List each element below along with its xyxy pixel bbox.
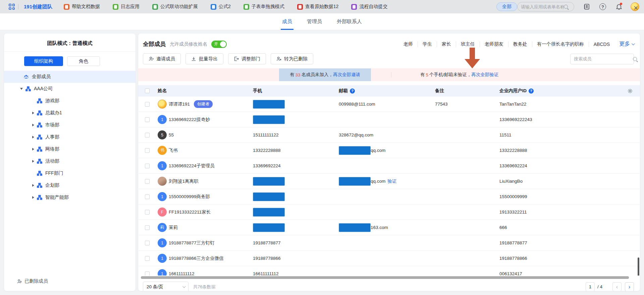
caret-right-icon[interactable] xyxy=(32,136,34,138)
org-structure-button[interactable]: 组织架构 xyxy=(24,56,63,66)
app-search-box[interactable] xyxy=(517,2,574,11)
tree-item-AAA公司[interactable]: AAA公司 xyxy=(4,83,136,95)
phone-value: 13369692224 xyxy=(253,163,281,168)
avatar: 1 xyxy=(158,269,167,276)
avatar: 1 xyxy=(158,192,167,201)
phone-cell xyxy=(250,177,336,186)
row-checkbox[interactable] xyxy=(145,102,150,107)
userid-value: 11511 xyxy=(499,132,512,137)
row-checkbox[interactable] xyxy=(145,148,150,153)
notification-bell-icon[interactable] xyxy=(615,3,623,10)
allow-rename-toggle[interactable]: 开 xyxy=(211,41,227,48)
role-tag-filter[interactable]: 学生 xyxy=(418,41,437,47)
role-tag-filter[interactable]: 班主任 xyxy=(456,41,480,47)
role-tag-filter[interactable]: 家长 xyxy=(437,41,456,47)
tab-成员[interactable]: 成员 xyxy=(282,13,292,30)
tab-管理员[interactable]: 管理员 xyxy=(307,13,322,30)
app-tab[interactable]: 帮助文档数据 xyxy=(64,4,100,10)
help-icon[interactable]: ? xyxy=(599,3,606,10)
tree-item-总裁办1[interactable]: 总裁办1 xyxy=(4,107,136,119)
app-tab[interactable]: 查看原始数据12 xyxy=(297,4,339,10)
tree-item-智能产能部[interactable]: 智能产能部 xyxy=(4,191,136,203)
verify-link[interactable]: 验证 xyxy=(387,178,396,184)
row-checkbox[interactable] xyxy=(145,272,150,276)
phone-value: 16611111112 xyxy=(253,271,279,276)
role-tag-filter[interactable]: 有一个很长名字的职称 xyxy=(532,41,589,47)
tree-item-企划部[interactable]: 企划部 xyxy=(4,179,136,191)
row-checkbox[interactable] xyxy=(145,256,150,261)
role-button[interactable]: 角色 xyxy=(67,56,100,66)
app-tab[interactable]: 公式联动功能扩展 xyxy=(152,4,198,10)
tab-外部联系人[interactable]: 外部联系人 xyxy=(337,13,362,30)
current-page-input[interactable]: 1 xyxy=(586,282,595,291)
row-checkbox[interactable] xyxy=(145,194,150,199)
remove-button[interactable]: 转为已删除 xyxy=(271,53,313,64)
caret-right-icon[interactable] xyxy=(32,184,34,187)
transfer-button[interactable]: 调整部门 xyxy=(228,53,266,64)
role-tag-filter[interactable]: ABCDS xyxy=(589,42,614,47)
vertical-scrollbar-thumb[interactable] xyxy=(638,257,639,276)
note-value: 77543 xyxy=(435,102,448,107)
userid-help-icon[interactable]: ? xyxy=(529,88,534,94)
row-checkbox[interactable] xyxy=(145,241,150,245)
tree-item-全部成员[interactable]: 全部成员 xyxy=(4,71,136,83)
horizontal-scrollbar-thumb[interactable] xyxy=(141,276,629,279)
row-checkbox[interactable] xyxy=(145,133,150,137)
transfer-icon xyxy=(234,56,239,61)
role-tag-filter[interactable]: 老师 xyxy=(399,41,418,47)
email-suffix: qq.com xyxy=(371,148,385,153)
app-search-input[interactable] xyxy=(521,4,564,9)
select-all-checkbox[interactable] xyxy=(145,88,150,93)
invite-button[interactable]: 邀请成员 xyxy=(143,53,181,64)
all-apps-pill[interactable]: 全部 xyxy=(496,2,517,11)
role-tag-filter[interactable]: 教务处 xyxy=(508,41,532,47)
deleted-members-link[interactable]: 已删除成员 xyxy=(4,276,136,287)
more-tags-link[interactable]: 更多 xyxy=(619,41,634,48)
prev-page-button[interactable]: ‹ xyxy=(612,282,622,291)
tree-item-网络部[interactable]: 网络部 xyxy=(4,143,136,155)
workbench-grid-icon[interactable] xyxy=(9,4,15,10)
next-page-button[interactable]: › xyxy=(625,282,634,291)
app-tab[interactable]: 公式2 xyxy=(211,4,231,10)
caret-right-icon[interactable] xyxy=(32,196,34,199)
column-settings-gear-icon[interactable] xyxy=(627,88,633,94)
page-size-select[interactable]: 20 条/页 xyxy=(143,282,189,291)
member-search-input[interactable] xyxy=(574,56,633,61)
caret-down-icon[interactable] xyxy=(20,88,23,90)
contacts-icon[interactable] xyxy=(583,3,590,10)
row-checkbox[interactable] xyxy=(145,179,150,184)
department-icon xyxy=(37,134,42,140)
table-row: 刘翔波1离离职qq.com验证LiuXiangBo xyxy=(138,174,640,189)
userid-value: 15500009999 xyxy=(499,194,527,199)
caret-right-icon[interactable] xyxy=(32,124,34,126)
team-name[interactable]: 191创建团队 xyxy=(24,4,52,10)
row-checkbox[interactable] xyxy=(145,164,150,168)
close-icon[interactable]: × xyxy=(634,4,638,12)
row-checkbox[interactable] xyxy=(145,225,150,230)
app-tab[interactable]: 子表单拖拽模式 xyxy=(244,4,284,10)
tree-item-游戏部[interactable]: 游戏部 xyxy=(4,95,136,107)
member-name: 13369692224子管理员 xyxy=(169,163,215,169)
reinvite-all-link[interactable]: 再次全部邀请 xyxy=(333,72,360,78)
email-help-icon[interactable]: ? xyxy=(350,88,355,94)
tree-item-市场部[interactable]: 市场部 xyxy=(4,119,136,131)
search-icon xyxy=(633,57,637,61)
row-checkbox[interactable] xyxy=(145,210,150,215)
tree-item-人事部[interactable]: 人事部 xyxy=(4,131,136,143)
caret-right-icon[interactable] xyxy=(32,112,34,114)
caret-right-icon[interactable] xyxy=(32,160,34,163)
role-tag-filter[interactable]: 老师朋友 xyxy=(480,41,508,47)
tree-item-FFF部门[interactable]: FFF部门 xyxy=(4,167,136,179)
export-button[interactable]: 批量导出 xyxy=(185,53,223,64)
caret-right-icon[interactable] xyxy=(32,148,34,151)
app-tab-label: 日志应用 xyxy=(121,4,140,10)
top-bar: 191创建团队 帮助文档数据日志应用公式联动功能扩展公式2子表单拖拽模式查看原始… xyxy=(0,0,644,13)
tree-item-label: 活动部 xyxy=(45,158,59,164)
row-checkbox[interactable] xyxy=(145,117,150,122)
tree-item-活动部[interactable]: 活动部 xyxy=(4,155,136,167)
app-tab[interactable]: 流程自动提交 xyxy=(351,4,387,10)
reverify-all-link[interactable]: 再次全部验证 xyxy=(471,72,498,78)
member-search-box[interactable] xyxy=(570,54,634,64)
userid-cell: 19188778877 xyxy=(497,240,620,245)
app-tab[interactable]: 日志应用 xyxy=(113,4,140,10)
